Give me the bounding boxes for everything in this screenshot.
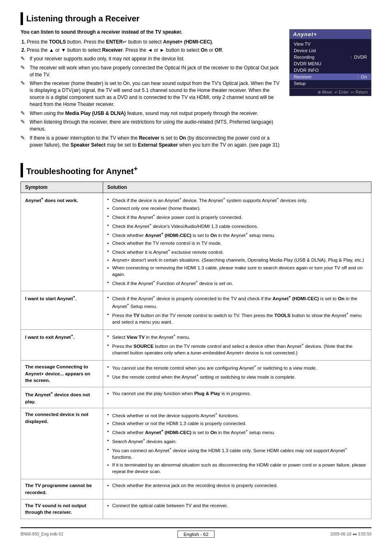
solution-list: Check if the device is an Anynet+ device…: [107, 196, 367, 287]
tv-menu-label-viewtv: View TV: [294, 41, 311, 46]
step-1: 1. Press the TOOLS button. Press the ENT…: [21, 39, 281, 45]
note-text-3: When the receiver (home theater) is set …: [30, 80, 281, 108]
list-item: Press the TV button on the TV remote con…: [107, 311, 367, 325]
solution-list: Check whether or not the device supports…: [107, 411, 367, 475]
tv-menu-header: Anynet+: [290, 30, 371, 39]
solution-list: You cannot use the play function when Pl…: [107, 390, 367, 397]
note-icon-3: ✎: [21, 80, 28, 86]
tv-menu-value-recording: : DVDR: [350, 55, 367, 60]
step-2: 2. Press the ▲ or ▼ button to select Rec…: [21, 47, 281, 53]
symptom-cell: I want to start Anynet+.: [21, 291, 103, 330]
listening-title-bar: Listening through a Receiver: [21, 12, 371, 25]
tv-menu-brand: Anynet+: [293, 31, 317, 37]
list-item: Check the Anynet+ device's Video/Audio/H…: [107, 222, 367, 230]
tv-menu-label-dvdrmenu: DVDR MENU: [294, 61, 321, 66]
list-item: Check whether Anynet+ (HDMI-CEC) is set …: [107, 428, 367, 436]
listening-text-block: You can listen to sound through a receiv…: [21, 29, 281, 151]
listening-title: Listening through a Receiver: [26, 12, 140, 25]
solution-list: You cannot use the remote control when y…: [107, 363, 367, 380]
troubleshooting-title-bar: Troubleshooting for Anynet+: [21, 163, 371, 178]
list-item: Check whether Anynet+ (HDMI-CEC) is set …: [107, 231, 367, 239]
tv-menu-row-devicelist: Device List: [290, 47, 371, 54]
tv-menu-row-dvdrmenu: DVDR MENU: [290, 60, 371, 67]
note-icon-5: ✎: [21, 119, 28, 125]
table-header-row: Symptom Solution: [21, 182, 371, 193]
list-item: Search Anynet+ devices again.: [107, 437, 367, 445]
listening-intro: You can listen to sound through a receiv…: [21, 29, 281, 35]
list-item: Check whether the antenna jack on the re…: [107, 482, 367, 489]
table-row: The TV programme cannot be recorded. Che…: [21, 479, 371, 499]
list-item: Check whether the TV remote control is i…: [107, 240, 367, 246]
tv-menu-row-receiver: Receiver : On: [290, 74, 371, 80]
note-text-5: When listening through the receiver, the…: [30, 119, 281, 133]
list-item: Check whether or not the HDMI 1.3 cable …: [107, 420, 367, 427]
solution-list: Select View TV in the Anynet+ menu. Pres…: [107, 333, 367, 356]
symptom-cell: I want to exit Anynet+.: [21, 330, 103, 361]
table-row: The Anynet+ device does not play. You ca…: [21, 387, 371, 408]
tv-menu-footer-text: ⊕ Move ↵ Enter ↩ Return: [318, 90, 368, 94]
note-2: ✎ The receiver will work when you have p…: [21, 64, 281, 78]
note-icon-6: ✎: [21, 135, 28, 141]
note-text-2: The receiver will work when you have pro…: [30, 64, 281, 78]
list-item: You cannot use the remote control when y…: [107, 363, 367, 371]
list-item: Connect only one receiver (home theater)…: [107, 205, 367, 212]
table-row: The connected device is not displayed. C…: [21, 408, 371, 479]
symptom-cell: Anynet+ does not work.: [21, 193, 103, 291]
footer-left-text: BN68-850_Eng.indb 62: [21, 532, 178, 536]
list-item: Check if the device is an Anynet+ device…: [107, 196, 367, 204]
trouble-title-left-border: [21, 163, 23, 178]
list-item: Check whether or not the device supports…: [107, 411, 367, 419]
symptom-cell: The message Connecting to Anynet+ device…: [21, 361, 103, 387]
tv-menu-label-recording: Recording: [294, 55, 314, 60]
note-5: ✎ When listening through the receiver, t…: [21, 119, 281, 133]
note-icon-4: ✎: [21, 110, 28, 116]
col-symptom-header: Symptom: [21, 182, 103, 193]
tv-menu-body: View TV Device List Recording : DVDR DVD…: [290, 39, 371, 88]
solution-cell: You cannot use the play function when Pl…: [103, 387, 371, 408]
solution-list: Check if the Anynet+ device is properly …: [107, 294, 367, 325]
note-text-6: If there is a power interruption to the …: [30, 135, 281, 149]
table-row: I want to exit Anynet+. Select View TV i…: [21, 330, 371, 361]
listening-content: You can listen to sound through a receiv…: [21, 29, 371, 151]
table-row: The TV sound is not output through the r…: [21, 499, 371, 519]
tv-menu-value-receiver: : On: [357, 74, 367, 79]
footer-center-text: English - 62: [178, 531, 215, 538]
list-item: Check whether it is Anynet+ exclusive re…: [107, 248, 367, 255]
solution-list: Connect the optical cable between TV and…: [107, 502, 367, 509]
troubleshooting-title: Troubleshooting for Anynet+: [26, 163, 138, 178]
table-row: I want to start Anynet+. Check if the An…: [21, 291, 371, 330]
solution-cell: Select View TV in the Anynet+ menu. Pres…: [103, 330, 371, 361]
tv-menu-row-viewtv: View TV: [290, 41, 371, 47]
list-item: Press the SOURCE button on the TV remote…: [107, 342, 367, 356]
list-item: When connecting or removing the HDMI 1.3…: [107, 264, 367, 278]
tv-menu-footer: ⊕ Move ↵ Enter ↩ Return: [290, 88, 371, 96]
note-6: ✎ If there is a power interruption to th…: [21, 135, 281, 149]
tv-menu-label-setup: Setup: [294, 81, 306, 86]
troubleshooting-table: Symptom Solution Anynet+ does not work. …: [21, 182, 371, 519]
note-icon-2: ✎: [21, 64, 28, 71]
note-4: ✎ When using the Media Play (USB & DLNA)…: [21, 110, 281, 117]
tv-menu-row-setup: Setup: [290, 80, 371, 87]
list-item: Connect the optical cable between TV and…: [107, 502, 367, 509]
symptom-cell: The connected device is not displayed.: [21, 408, 103, 479]
solution-cell: Check whether or not the device supports…: [103, 408, 371, 479]
list-item: Anynet+ doesn't work in certain situatio…: [107, 257, 367, 263]
listening-section: Listening through a Receiver You can lis…: [21, 12, 371, 151]
tv-menu-label-dvdrinfo: DVDR INFO: [294, 68, 319, 73]
note-icon-1: ✎: [21, 55, 28, 62]
note-1: ✎ If your receiver supports audio only, …: [21, 55, 281, 62]
step-1-number: 1.: [21, 39, 25, 45]
troubleshooting-section: Troubleshooting for Anynet+ Symptom Solu…: [21, 163, 371, 519]
list-item: You can connect an Anynet+ device using …: [107, 446, 367, 460]
symptom-cell: The Anynet+ device does not play.: [21, 387, 103, 408]
list-item: Check if the Anynet+ device power cord i…: [107, 213, 367, 221]
solution-cell: Check if the Anynet+ device is properly …: [103, 291, 371, 330]
solution-cell: Check if the device is an Anynet+ device…: [103, 193, 371, 291]
list-item: You cannot use the play function when Pl…: [107, 390, 367, 397]
symptom-cell: The TV programme cannot be recorded.: [21, 479, 103, 499]
solution-cell: Check whether the antenna jack on the re…: [103, 479, 371, 499]
tv-menu-label-devicelist: Device List: [294, 48, 316, 53]
note-text-1: If your receiver supports audio only, it…: [30, 55, 184, 62]
title-left-border: [21, 12, 23, 25]
tv-menu-label-receiver: Receiver: [294, 74, 311, 79]
